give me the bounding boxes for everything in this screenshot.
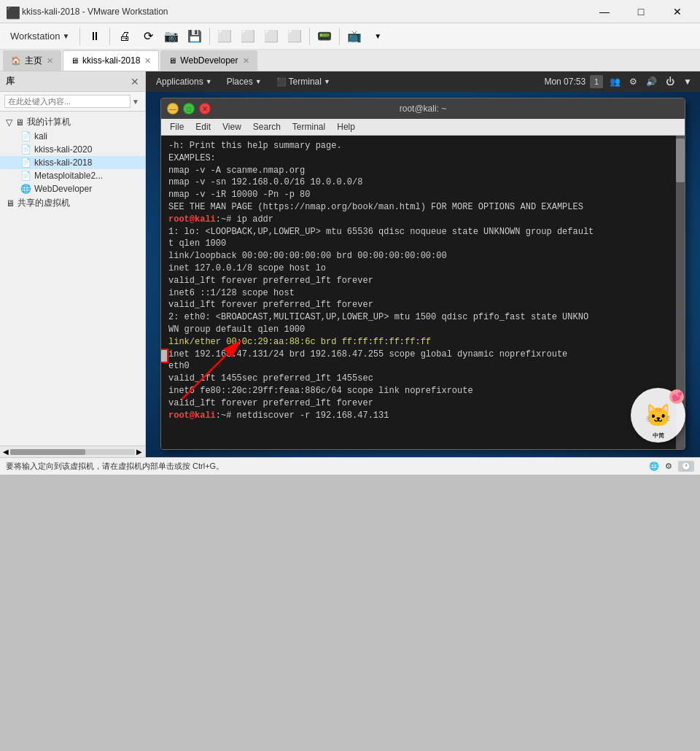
tree-shared-icon: 🖥 (6, 198, 15, 209)
toolbar-btn-2[interactable]: ⟳ (136, 26, 160, 47)
tree-item-shared[interactable]: 🖥 共享的虚拟机 (0, 195, 145, 211)
window-title: kkiss-kali-2018 - VMware Workstation (22, 7, 588, 17)
tab-kkiss[interactable]: 🖥 kkiss-kali-2018 ✕ (63, 50, 159, 71)
close-button[interactable]: ✕ (661, 0, 694, 23)
kali-power-icon[interactable]: ⏻ (664, 77, 677, 87)
terminal-line-1: -h: Print this help summary page. (168, 140, 669, 152)
kali-terminal-label: Terminal (289, 77, 322, 87)
vm-display[interactable]: Applications ▼ Places ▼ ⬛ Terminal ▼ Mon… (146, 71, 700, 457)
tree-label-shared: 共享的虚拟机 (18, 197, 70, 209)
minimize-button[interactable]: — (588, 0, 621, 23)
kali-people-icon[interactable]: 👥 (607, 77, 623, 87)
tree-label-webdev: WebDeveloper (34, 184, 92, 194)
sidebar-close-btn[interactable]: ✕ (131, 76, 139, 87)
terminal-line-lo2: t qlen 1000 (168, 238, 669, 250)
tree-label-my-computer: 我的计算机 (27, 116, 71, 128)
terminal-line-eth7: valid_lft forever preferred_lft forever (168, 397, 669, 410)
terminal-line-lo4: inet 127.0.0.1/8 scope host lo (168, 262, 669, 275)
tab-home[interactable]: 🏠 主页 ✕ (3, 50, 61, 71)
tab-home-icon: 🏠 (11, 56, 21, 66)
kali-places-arrow: ▼ (255, 78, 262, 85)
terminal-line-eth4: eth0 (168, 360, 669, 373)
toolbar-btn-8[interactable]: ⬜ (283, 26, 306, 47)
kali-settings-icon[interactable]: ⚙ (627, 77, 639, 87)
scroll-thumb (10, 449, 85, 455)
toolbar-sep-4 (309, 28, 310, 45)
kali-taskbar: Applications ▼ Places ▼ ⬛ Terminal ▼ Mon… (146, 71, 700, 92)
tree-label-kali: kali (34, 131, 47, 141)
tree-item-metasploitable[interactable]: 📄 Metasploitable2... (0, 169, 145, 182)
scroll-right-icon[interactable]: ▶ (136, 448, 142, 456)
workspace-indicator[interactable]: 1 (590, 75, 603, 88)
desktop-background[interactable]: — □ ✕ root@kali: ~ File Edit View Search… (146, 92, 700, 457)
maximize-button[interactable]: □ (624, 0, 658, 23)
tree-item-kali[interactable]: 📄 kali (0, 130, 145, 143)
toolbar-btn-10[interactable]: 📺 (343, 26, 366, 47)
scroll-left-icon[interactable]: ◀ (3, 448, 9, 456)
status-network-icon: 🌐 (649, 462, 659, 471)
terminal-maximize-btn[interactable]: □ (183, 103, 195, 114)
toolbar-btn-1[interactable]: 🖨 (113, 26, 136, 47)
terminal-line-lo5: valid_lft forever preferred_lft forever (168, 275, 669, 287)
scroll-track (10, 449, 135, 455)
tab-webdev-close[interactable]: ✕ (243, 56, 249, 66)
terminal-menu-edit[interactable]: Edit (190, 120, 217, 133)
tab-kkiss-close[interactable]: ✕ (144, 56, 151, 66)
tree-item-webdev[interactable]: 🌐 WebDeveloper (0, 182, 145, 195)
mascot-heart: 💕 (669, 389, 684, 404)
terminal-menu-search[interactable]: Search (247, 120, 287, 133)
terminal-scrollbar-thumb[interactable] (676, 139, 685, 182)
tree-item-kkiss2018[interactable]: 📄 kkiss-kali-2018 (0, 156, 145, 169)
toolbar-btn-6[interactable]: ⬜ (236, 26, 260, 47)
kali-terminal-menu[interactable]: ⬛ Terminal ▼ (272, 71, 335, 92)
terminal-window-title: root@kali: ~ (211, 104, 635, 114)
sidebar-search-input[interactable] (4, 95, 131, 108)
toolbar-sep-2 (109, 28, 110, 45)
workstation-chevron: ▼ (62, 32, 69, 40)
tree-file-icon-2020: 📄 (20, 144, 31, 155)
toolbar-btn-5[interactable]: ⬜ (213, 26, 236, 47)
tree-item-kkiss2020[interactable]: 📄 kkiss-kali-2020 (0, 143, 145, 156)
workstation-menu[interactable]: Workstation ▼ (3, 23, 77, 50)
terminal-line-lo3: link/loopback 00:00:00:00:00:00 brd 00:0… (168, 250, 669, 262)
tab-home-close[interactable]: ✕ (47, 56, 53, 66)
terminal-menu-file[interactable]: File (164, 120, 190, 133)
sidebar-search[interactable]: ▼ (0, 92, 145, 112)
terminal-line-prompt1: root@kali:~# ip addr (168, 214, 669, 226)
toolbar-btn-11[interactable]: ▼ (366, 26, 389, 47)
tree-file-icon-kali: 📄 (20, 131, 31, 141)
terminal-line-eth1: 2: eth0: <BROADCAST,MULTICAST,UP,LOWER_U… (168, 311, 669, 324)
app-icon: ⬛ (6, 6, 18, 17)
kali-more-icon[interactable]: ▼ (681, 77, 694, 87)
sidebar-hscrollbar[interactable]: ◀ ▶ (0, 445, 145, 457)
terminal-line-prompt2: root@kali:~# netdiscover -r 192.168.47.1… (168, 410, 669, 422)
kali-volume-icon[interactable]: 🔊 (644, 77, 659, 87)
kali-applications-menu[interactable]: Applications ▼ (152, 71, 217, 92)
terminal-window[interactable]: — □ ✕ root@kali: ~ File Edit View Search… (160, 98, 685, 450)
terminal-menu: File Edit View Search Terminal Help (161, 119, 685, 136)
terminal-content[interactable]: -h: Print this help summary page. EXAMPL… (161, 136, 676, 449)
mascot-sticker: 🐱 💕 中简 (631, 388, 685, 443)
toolbar-btn-3[interactable]: 📷 (160, 26, 183, 47)
tab-webdev[interactable]: 🖥 WebDeveloper ✕ (160, 50, 257, 71)
tab-kkiss-icon: 🖥 (71, 56, 79, 65)
tree-item-my-computer[interactable]: ▽ 🖥 我的计算机 (0, 114, 145, 130)
red-annotation-box (161, 349, 168, 363)
toolbar-btn-7[interactable]: ⬜ (260, 26, 283, 47)
terminal-line-lo7: valid_lft forever preferred_lft forever (168, 299, 669, 311)
kali-taskbar-right: Mon 07:53 1 👥 ⚙ 🔊 ⏻ ▼ (544, 75, 694, 88)
kali-places-menu[interactable]: Places ▼ (222, 71, 266, 92)
terminal-close-btn[interactable]: ✕ (199, 103, 211, 114)
toolbar-btn-4[interactable]: 💾 (183, 26, 206, 47)
terminal-menu-terminal[interactable]: Terminal (287, 120, 331, 133)
kali-terminal-arrow: ▼ (324, 78, 330, 85)
window-controls: — □ ✕ (588, 0, 694, 23)
sidebar-search-dropdown[interactable]: ▼ (131, 96, 141, 107)
terminal-minimize-btn[interactable]: — (167, 103, 179, 114)
terminal-menu-view[interactable]: View (217, 120, 247, 133)
terminal-menu-help[interactable]: Help (331, 120, 361, 133)
pause-btn[interactable]: ⏸ (83, 26, 106, 47)
content-area: 库 ✕ ▼ ▽ 🖥 我的计算机 📄 kali 📄 kkiss-kali-2020… (0, 71, 700, 457)
toolbar-btn-9[interactable]: 📟 (313, 26, 336, 47)
tab-kkiss-label: kkiss-kali-2018 (82, 55, 140, 66)
